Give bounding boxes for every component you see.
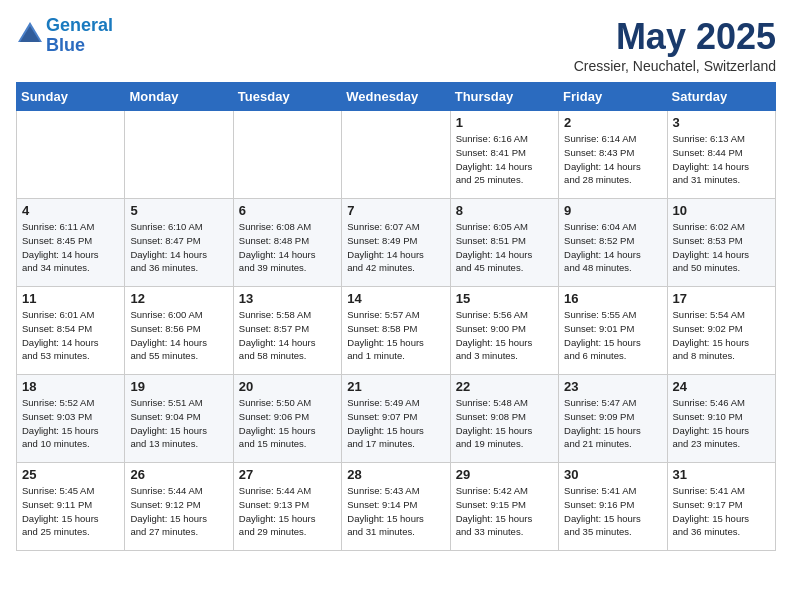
day-number: 13 xyxy=(239,291,336,306)
day-number: 21 xyxy=(347,379,444,394)
day-info: Sunrise: 5:56 AM Sunset: 9:00 PM Dayligh… xyxy=(456,308,553,363)
calendar-cell: 31Sunrise: 5:41 AM Sunset: 9:17 PM Dayli… xyxy=(667,463,775,551)
day-number: 11 xyxy=(22,291,119,306)
calendar-cell: 14Sunrise: 5:57 AM Sunset: 8:58 PM Dayli… xyxy=(342,287,450,375)
day-info: Sunrise: 5:57 AM Sunset: 8:58 PM Dayligh… xyxy=(347,308,444,363)
weekday-header-monday: Monday xyxy=(125,83,233,111)
day-number: 27 xyxy=(239,467,336,482)
day-info: Sunrise: 5:51 AM Sunset: 9:04 PM Dayligh… xyxy=(130,396,227,451)
calendar-cell xyxy=(125,111,233,199)
weekday-header-row: SundayMondayTuesdayWednesdayThursdayFrid… xyxy=(17,83,776,111)
week-row-4: 18Sunrise: 5:52 AM Sunset: 9:03 PM Dayli… xyxy=(17,375,776,463)
day-info: Sunrise: 5:45 AM Sunset: 9:11 PM Dayligh… xyxy=(22,484,119,539)
calendar-cell: 15Sunrise: 5:56 AM Sunset: 9:00 PM Dayli… xyxy=(450,287,558,375)
weekday-header-sunday: Sunday xyxy=(17,83,125,111)
calendar-cell: 16Sunrise: 5:55 AM Sunset: 9:01 PM Dayli… xyxy=(559,287,667,375)
logo: GeneralBlue xyxy=(16,16,113,56)
day-number: 23 xyxy=(564,379,661,394)
day-number: 29 xyxy=(456,467,553,482)
calendar-cell: 26Sunrise: 5:44 AM Sunset: 9:12 PM Dayli… xyxy=(125,463,233,551)
calendar-table: SundayMondayTuesdayWednesdayThursdayFrid… xyxy=(16,82,776,551)
day-info: Sunrise: 6:02 AM Sunset: 8:53 PM Dayligh… xyxy=(673,220,770,275)
day-info: Sunrise: 6:08 AM Sunset: 8:48 PM Dayligh… xyxy=(239,220,336,275)
day-number: 10 xyxy=(673,203,770,218)
day-info: Sunrise: 6:07 AM Sunset: 8:49 PM Dayligh… xyxy=(347,220,444,275)
week-row-5: 25Sunrise: 5:45 AM Sunset: 9:11 PM Dayli… xyxy=(17,463,776,551)
month-title: May 2025 xyxy=(574,16,776,58)
calendar-cell: 9Sunrise: 6:04 AM Sunset: 8:52 PM Daylig… xyxy=(559,199,667,287)
calendar-cell: 23Sunrise: 5:47 AM Sunset: 9:09 PM Dayli… xyxy=(559,375,667,463)
day-info: Sunrise: 5:52 AM Sunset: 9:03 PM Dayligh… xyxy=(22,396,119,451)
day-info: Sunrise: 6:11 AM Sunset: 8:45 PM Dayligh… xyxy=(22,220,119,275)
weekday-header-wednesday: Wednesday xyxy=(342,83,450,111)
calendar-cell: 21Sunrise: 5:49 AM Sunset: 9:07 PM Dayli… xyxy=(342,375,450,463)
day-number: 15 xyxy=(456,291,553,306)
calendar-cell xyxy=(17,111,125,199)
day-info: Sunrise: 6:14 AM Sunset: 8:43 PM Dayligh… xyxy=(564,132,661,187)
calendar-cell: 11Sunrise: 6:01 AM Sunset: 8:54 PM Dayli… xyxy=(17,287,125,375)
day-number: 31 xyxy=(673,467,770,482)
calendar-cell: 13Sunrise: 5:58 AM Sunset: 8:57 PM Dayli… xyxy=(233,287,341,375)
calendar-cell: 2Sunrise: 6:14 AM Sunset: 8:43 PM Daylig… xyxy=(559,111,667,199)
logo-icon xyxy=(16,20,44,48)
week-row-3: 11Sunrise: 6:01 AM Sunset: 8:54 PM Dayli… xyxy=(17,287,776,375)
day-number: 1 xyxy=(456,115,553,130)
weekday-header-saturday: Saturday xyxy=(667,83,775,111)
calendar-cell: 7Sunrise: 6:07 AM Sunset: 8:49 PM Daylig… xyxy=(342,199,450,287)
day-number: 9 xyxy=(564,203,661,218)
day-number: 4 xyxy=(22,203,119,218)
day-number: 30 xyxy=(564,467,661,482)
calendar-cell xyxy=(342,111,450,199)
location: Cressier, Neuchatel, Switzerland xyxy=(574,58,776,74)
day-info: Sunrise: 5:50 AM Sunset: 9:06 PM Dayligh… xyxy=(239,396,336,451)
week-row-1: 1Sunrise: 6:16 AM Sunset: 8:41 PM Daylig… xyxy=(17,111,776,199)
day-info: Sunrise: 5:44 AM Sunset: 9:12 PM Dayligh… xyxy=(130,484,227,539)
day-number: 22 xyxy=(456,379,553,394)
calendar-cell: 3Sunrise: 6:13 AM Sunset: 8:44 PM Daylig… xyxy=(667,111,775,199)
day-info: Sunrise: 5:46 AM Sunset: 9:10 PM Dayligh… xyxy=(673,396,770,451)
calendar-cell: 4Sunrise: 6:11 AM Sunset: 8:45 PM Daylig… xyxy=(17,199,125,287)
calendar-cell: 10Sunrise: 6:02 AM Sunset: 8:53 PM Dayli… xyxy=(667,199,775,287)
day-info: Sunrise: 6:04 AM Sunset: 8:52 PM Dayligh… xyxy=(564,220,661,275)
day-info: Sunrise: 5:47 AM Sunset: 9:09 PM Dayligh… xyxy=(564,396,661,451)
day-info: Sunrise: 5:58 AM Sunset: 8:57 PM Dayligh… xyxy=(239,308,336,363)
calendar-cell: 5Sunrise: 6:10 AM Sunset: 8:47 PM Daylig… xyxy=(125,199,233,287)
day-number: 2 xyxy=(564,115,661,130)
title-block: May 2025 Cressier, Neuchatel, Switzerlan… xyxy=(574,16,776,74)
calendar-cell: 20Sunrise: 5:50 AM Sunset: 9:06 PM Dayli… xyxy=(233,375,341,463)
day-number: 12 xyxy=(130,291,227,306)
day-info: Sunrise: 5:54 AM Sunset: 9:02 PM Dayligh… xyxy=(673,308,770,363)
day-info: Sunrise: 6:00 AM Sunset: 8:56 PM Dayligh… xyxy=(130,308,227,363)
day-number: 16 xyxy=(564,291,661,306)
day-number: 24 xyxy=(673,379,770,394)
calendar-cell: 28Sunrise: 5:43 AM Sunset: 9:14 PM Dayli… xyxy=(342,463,450,551)
day-info: Sunrise: 5:44 AM Sunset: 9:13 PM Dayligh… xyxy=(239,484,336,539)
day-info: Sunrise: 6:05 AM Sunset: 8:51 PM Dayligh… xyxy=(456,220,553,275)
day-number: 20 xyxy=(239,379,336,394)
day-info: Sunrise: 5:48 AM Sunset: 9:08 PM Dayligh… xyxy=(456,396,553,451)
day-number: 3 xyxy=(673,115,770,130)
calendar-cell: 6Sunrise: 6:08 AM Sunset: 8:48 PM Daylig… xyxy=(233,199,341,287)
week-row-2: 4Sunrise: 6:11 AM Sunset: 8:45 PM Daylig… xyxy=(17,199,776,287)
calendar-cell: 22Sunrise: 5:48 AM Sunset: 9:08 PM Dayli… xyxy=(450,375,558,463)
calendar-cell: 8Sunrise: 6:05 AM Sunset: 8:51 PM Daylig… xyxy=(450,199,558,287)
calendar-cell: 18Sunrise: 5:52 AM Sunset: 9:03 PM Dayli… xyxy=(17,375,125,463)
day-number: 8 xyxy=(456,203,553,218)
calendar-cell: 29Sunrise: 5:42 AM Sunset: 9:15 PM Dayli… xyxy=(450,463,558,551)
calendar-cell: 24Sunrise: 5:46 AM Sunset: 9:10 PM Dayli… xyxy=(667,375,775,463)
day-number: 17 xyxy=(673,291,770,306)
day-info: Sunrise: 6:01 AM Sunset: 8:54 PM Dayligh… xyxy=(22,308,119,363)
calendar-cell: 12Sunrise: 6:00 AM Sunset: 8:56 PM Dayli… xyxy=(125,287,233,375)
day-number: 19 xyxy=(130,379,227,394)
day-info: Sunrise: 6:13 AM Sunset: 8:44 PM Dayligh… xyxy=(673,132,770,187)
day-number: 7 xyxy=(347,203,444,218)
weekday-header-tuesday: Tuesday xyxy=(233,83,341,111)
day-number: 25 xyxy=(22,467,119,482)
day-number: 28 xyxy=(347,467,444,482)
day-info: Sunrise: 5:41 AM Sunset: 9:16 PM Dayligh… xyxy=(564,484,661,539)
calendar-cell: 17Sunrise: 5:54 AM Sunset: 9:02 PM Dayli… xyxy=(667,287,775,375)
day-number: 5 xyxy=(130,203,227,218)
day-number: 18 xyxy=(22,379,119,394)
calendar-cell: 19Sunrise: 5:51 AM Sunset: 9:04 PM Dayli… xyxy=(125,375,233,463)
calendar-cell xyxy=(233,111,341,199)
